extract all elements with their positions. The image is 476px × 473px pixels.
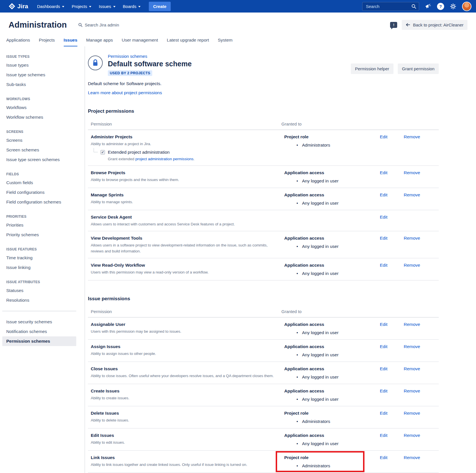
- tab-latest-upgrade-report[interactable]: Latest upgrade report: [167, 38, 209, 46]
- tab-user-management[interactable]: User management: [122, 38, 158, 46]
- gear-icon[interactable]: [450, 3, 456, 9]
- edit-link[interactable]: Edit: [380, 192, 388, 197]
- extended-admin-block: ✓Extended project administrationGrant ex…: [91, 150, 276, 161]
- remove-link[interactable]: Remove: [404, 344, 420, 349]
- remove-cell: [403, 214, 439, 227]
- create-button[interactable]: Create: [149, 2, 171, 11]
- granted-value: Any logged in user: [302, 330, 338, 336]
- remove-cell: Remove: [403, 235, 439, 254]
- learn-more-link[interactable]: Learn more about project permissions: [88, 90, 162, 95]
- remove-link[interactable]: Remove: [404, 388, 420, 393]
- sidebar-item-sub-tasks[interactable]: Sub-tasks: [2, 80, 76, 89]
- permission-title: Service Desk Agent: [91, 214, 276, 220]
- top-nav-menu-dashboards[interactable]: Dashboards: [37, 4, 64, 9]
- edit-link[interactable]: Edit: [380, 170, 388, 175]
- remove-link[interactable]: Remove: [404, 411, 420, 416]
- edit-link[interactable]: Edit: [380, 411, 388, 416]
- sidebar-item-time-tracking[interactable]: Time tracking: [2, 253, 76, 263]
- bullet-icon: •: [296, 200, 298, 206]
- global-search-input[interactable]: [362, 2, 419, 11]
- remove-link[interactable]: Remove: [404, 263, 420, 268]
- permission-cell: Link IssuesAbility to link issues togeth…: [91, 455, 281, 469]
- edit-link[interactable]: Edit: [380, 455, 388, 460]
- sidebar-item-priority-schemes[interactable]: Priority schemes: [2, 230, 76, 240]
- granted-type: Application access: [284, 344, 378, 349]
- jira-logo-text: Jira: [17, 3, 28, 10]
- remove-link[interactable]: Remove: [404, 322, 420, 327]
- sidebar-item-field-configurations[interactable]: Field configurations: [2, 188, 76, 197]
- sidebar-item-workflow-schemes[interactable]: Workflow schemes: [2, 112, 76, 122]
- top-nav-menu-projects[interactable]: Projects: [72, 4, 91, 9]
- granted-to-cell: Project role•Administrators: [281, 455, 378, 469]
- table-row: Link IssuesAbility to link issues togeth…: [88, 451, 439, 473]
- edit-cell: Edit: [378, 214, 403, 227]
- sidebar-item-permission-schemes[interactable]: Permission schemes: [2, 336, 76, 346]
- help-icon[interactable]: ?: [437, 3, 444, 10]
- sidebar-item-issue-type-screen-schemes[interactable]: Issue type screen schemes: [2, 155, 76, 164]
- sidebar-item-issue-type-schemes[interactable]: Issue type schemes: [2, 70, 76, 80]
- top-nav-menu-issues[interactable]: Issues: [99, 4, 115, 9]
- edit-link[interactable]: Edit: [380, 236, 388, 240]
- sidebar-item-custom-fields[interactable]: Custom fields: [2, 178, 76, 188]
- sidebar-item-priorities[interactable]: Priorities: [2, 220, 76, 230]
- edit-link[interactable]: Edit: [380, 215, 388, 219]
- permission-description: Ability to manage sprints.: [91, 199, 276, 205]
- remove-cell: Remove: [403, 170, 439, 184]
- granted-type: Application access: [284, 170, 378, 176]
- granted-value-line: •Any logged in user: [284, 441, 378, 447]
- avatar[interactable]: [462, 2, 471, 11]
- sidebar-item-notification-schemes[interactable]: Notification schemes: [2, 327, 76, 336]
- granted-value-line: •Administrators: [284, 418, 378, 424]
- granted-value-line: •Any logged in user: [284, 352, 378, 358]
- scheme-title: Default software scheme: [108, 60, 192, 68]
- edit-link[interactable]: Edit: [380, 263, 388, 268]
- tab-system[interactable]: System: [218, 38, 233, 46]
- top-nav-menu-boards[interactable]: Boards: [123, 4, 141, 9]
- remove-link[interactable]: Remove: [404, 192, 420, 197]
- remove-link[interactable]: Remove: [404, 366, 420, 371]
- granted-to-cell: Application access•Any logged in user: [281, 192, 378, 206]
- project-admin-permissions-link[interactable]: project administration permissions: [135, 157, 193, 161]
- sidebar-item-issue-types[interactable]: Issue types: [2, 60, 76, 70]
- remove-link[interactable]: Remove: [404, 433, 420, 438]
- edit-link[interactable]: Edit: [380, 322, 388, 327]
- top-nav-menus: DashboardsProjectsIssuesBoards: [33, 4, 144, 9]
- sidebar-item-issue-linking[interactable]: Issue linking: [2, 263, 76, 272]
- tab-projects[interactable]: Projects: [39, 38, 55, 46]
- feedback-icon[interactable]: !: [390, 22, 397, 28]
- breadcrumb-permission-schemes[interactable]: Permission schemes: [108, 54, 192, 59]
- tab-manage-apps[interactable]: Manage apps: [86, 38, 113, 46]
- permission-title: Close Issues: [91, 366, 276, 372]
- permission-helper-button[interactable]: Permission helper: [351, 63, 393, 74]
- jira-logo[interactable]: Jira: [9, 3, 28, 10]
- edit-link[interactable]: Edit: [380, 388, 388, 393]
- global-search[interactable]: [362, 2, 419, 11]
- sidebar-item-workflows[interactable]: Workflows: [2, 103, 76, 112]
- tab-applications[interactable]: Applications: [6, 38, 30, 46]
- edit-link[interactable]: Edit: [380, 366, 388, 371]
- table-row: Close IssuesAbility to close issues. Oft…: [88, 362, 439, 384]
- sidebar-item-field-configuration-schemes[interactable]: Field configuration schemes: [2, 197, 76, 207]
- bullet-icon: •: [296, 270, 298, 276]
- remove-cell: Remove: [403, 410, 439, 424]
- remove-link[interactable]: Remove: [404, 134, 420, 139]
- granted-value: Any logged in user: [302, 396, 338, 402]
- sidebar-item-statuses[interactable]: Statuses: [2, 286, 76, 295]
- remove-link[interactable]: Remove: [404, 455, 420, 460]
- back-to-project-button[interactable]: Back to project: AirCleaner: [402, 20, 467, 30]
- tab-issues[interactable]: Issues: [64, 38, 77, 46]
- sidebar-item-issue-security-schemes[interactable]: Issue security schemes: [2, 317, 76, 327]
- lock-icon: [92, 59, 99, 67]
- grant-permission-button[interactable]: Grant permission: [398, 63, 439, 74]
- megaphone-icon[interactable]: [425, 3, 431, 9]
- edit-link[interactable]: Edit: [380, 134, 388, 139]
- remove-link[interactable]: Remove: [404, 170, 420, 175]
- edit-link[interactable]: Edit: [380, 433, 388, 438]
- sidebar-item-screen-schemes[interactable]: Screen schemes: [2, 145, 76, 155]
- edit-link[interactable]: Edit: [380, 344, 388, 349]
- sidebar-item-resolutions[interactable]: Resolutions: [2, 295, 76, 305]
- sidebar-item-screens[interactable]: Screens: [2, 135, 76, 145]
- extended-admin-checkbox[interactable]: ✓: [100, 150, 105, 155]
- admin-search[interactable]: Search Jira admin: [78, 22, 119, 27]
- remove-link[interactable]: Remove: [404, 236, 420, 240]
